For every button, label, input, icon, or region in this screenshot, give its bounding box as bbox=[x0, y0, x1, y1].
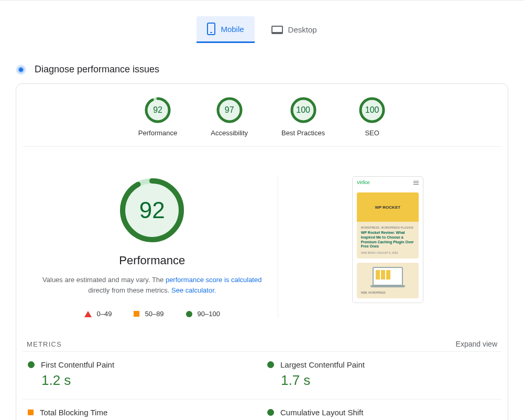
gauge-score: 97 bbox=[216, 96, 243, 124]
big-title: Performance bbox=[42, 254, 262, 267]
triangle-icon bbox=[84, 311, 92, 317]
status-dot-icon bbox=[267, 361, 274, 368]
tab-mobile[interactable]: Mobile bbox=[196, 16, 254, 43]
gauge-label: Performance bbox=[138, 129, 177, 137]
big-gauge: 92 bbox=[118, 176, 186, 244]
device-tabs: Mobile Desktop bbox=[0, 16, 524, 43]
page-preview: Virfice WP ROCKET WORDPRESS, WORDPRESS P… bbox=[352, 176, 423, 303]
metric-tbt: Total Blocking Time 270 ms bbox=[23, 399, 262, 420]
preview-meta: ANIK BIZAN / AUGUST 6, 2023 bbox=[361, 251, 414, 254]
calc-link-1[interactable]: performance score is calculated bbox=[166, 276, 262, 284]
circle-icon bbox=[186, 311, 192, 317]
gauge-accessibility[interactable]: 97 Accessibility bbox=[211, 96, 248, 137]
desktop-icon bbox=[271, 26, 283, 34]
status-square-icon bbox=[28, 410, 34, 415]
gauge-seo[interactable]: 100 SEO bbox=[358, 96, 386, 137]
score-legend: 0–49 50–89 90–100 bbox=[42, 310, 262, 318]
preview-hero: WP ROCKET bbox=[357, 192, 419, 222]
lighthouse-report: 92 Performance 97 Accessibility 100 Best… bbox=[16, 83, 508, 420]
tab-desktop[interactable]: Desktop bbox=[261, 16, 328, 43]
gauge-label: Best Practices bbox=[281, 129, 325, 137]
laptop-icon bbox=[373, 267, 403, 286]
calc-link-2[interactable]: See calculator. bbox=[171, 286, 216, 294]
gauge-best-practices[interactable]: 100 Best Practices bbox=[281, 96, 325, 137]
gauge-score: 92 bbox=[144, 96, 171, 124]
mobile-icon bbox=[207, 23, 215, 35]
square-icon bbox=[134, 311, 139, 317]
gauge-label: SEO bbox=[358, 129, 386, 137]
metric-fcp: First Contentful Paint 1.2 s bbox=[23, 351, 262, 399]
preview-tag: WORDPRESS, WORDPRESS PLUGINS bbox=[361, 226, 414, 229]
metric-cls: Cumulative Layout Shift 0 bbox=[262, 399, 501, 420]
performance-description: Values are estimated and may vary. The p… bbox=[42, 275, 262, 295]
gauge-performance[interactable]: 92 Performance bbox=[138, 96, 177, 137]
gauge-score: 100 bbox=[358, 96, 386, 124]
expand-view-button[interactable]: Expand view bbox=[456, 340, 497, 348]
metric-lcp: Largest Contentful Paint 1.7 s bbox=[262, 351, 501, 399]
radar-icon bbox=[16, 64, 26, 75]
preview-brand: Virfice bbox=[357, 180, 370, 185]
preview-post-title: WP Rocket Review: What Inspired Me to Ch… bbox=[361, 231, 414, 249]
status-dot-icon bbox=[28, 361, 35, 368]
gauge-label: Accessibility bbox=[211, 129, 248, 137]
metrics-heading: METRICS bbox=[27, 340, 62, 348]
tab-mobile-label: Mobile bbox=[221, 25, 244, 34]
big-score: 92 bbox=[118, 176, 186, 244]
gauge-score: 100 bbox=[290, 96, 317, 124]
tab-desktop-label: Desktop bbox=[288, 25, 317, 34]
status-dot-icon bbox=[267, 409, 274, 416]
hamburger-icon bbox=[413, 181, 419, 185]
preview-tag2: WEB, WORDPRESS bbox=[361, 291, 386, 294]
diagnose-title: Diagnose performance issues bbox=[35, 64, 159, 75]
gauges-row: 92 Performance 97 Accessibility 100 Best… bbox=[23, 84, 501, 147]
